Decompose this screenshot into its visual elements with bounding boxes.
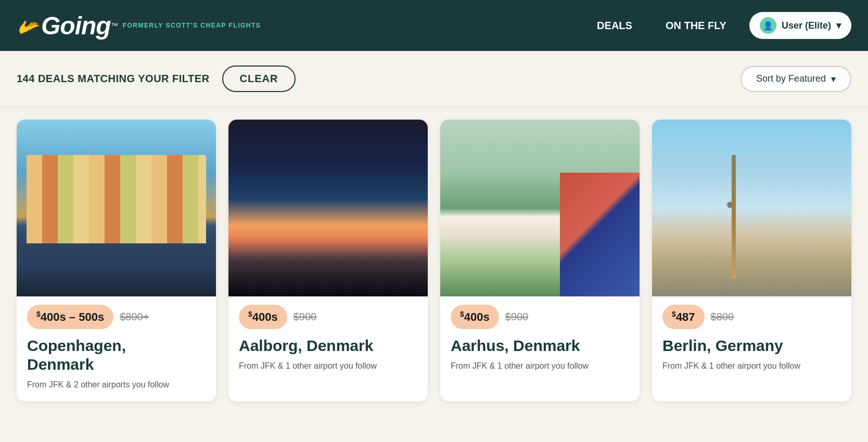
sort-button[interactable]: Sort by Featured ▾ xyxy=(741,66,851,92)
card-image-aalborg xyxy=(228,120,428,296)
hand-icon: 🫴 xyxy=(14,11,43,40)
card-body: $487 $800 Berlin, Germany From JFK & 1 o… xyxy=(652,296,851,383)
airports-text: From JFK & 1 other airport you follow xyxy=(451,360,629,372)
card-aalborg[interactable]: $400s $900 Aalborg, Denmark From JFK & 1… xyxy=(228,120,428,401)
clear-button[interactable]: CLEAR xyxy=(222,66,296,92)
card-image-aarhus xyxy=(440,120,640,296)
original-price: $900 xyxy=(505,311,529,323)
destination-image xyxy=(440,120,640,296)
airports-text: From JFK & 1 other airport you follow xyxy=(662,360,841,372)
price-row: $400s $900 xyxy=(239,305,417,329)
city-name: Copenhagen,Denmark xyxy=(27,336,206,374)
price-badge: $400s – 500s xyxy=(27,305,113,329)
city-name: Berlin, Germany xyxy=(662,336,841,355)
price-badge: $400s xyxy=(451,305,499,329)
user-avatar: 👤 xyxy=(760,17,776,34)
logo-text: Going™ xyxy=(41,11,118,40)
user-label: User (Elite) xyxy=(782,20,831,31)
airports-text: From JFK & 1 other airport you follow xyxy=(239,360,417,372)
card-body: $400s $900 Aalborg, Denmark From JFK & 1… xyxy=(228,296,428,383)
nav-on-the-fly[interactable]: ON THE FLY xyxy=(655,20,737,32)
deals-grid: $400s – 500s $800+ Copenhagen,Denmark Fr… xyxy=(0,107,868,414)
destination-image xyxy=(228,120,428,296)
filter-bar: 144 DEALS MATCHING YOUR FILTER CLEAR Sor… xyxy=(0,51,868,107)
destination-image xyxy=(17,120,216,296)
deals-count: 144 DEALS MATCHING YOUR FILTER xyxy=(17,73,210,85)
card-aarhus[interactable]: $400s $900 Aarhus, Denmark From JFK & 1 … xyxy=(440,120,640,401)
navbar: 🫴 Going™ FORMERLY SCOTT'S CHEAP FLIGHTS … xyxy=(0,0,868,51)
card-berlin[interactable]: $487 $800 Berlin, Germany From JFK & 1 o… xyxy=(652,120,851,401)
card-body: $400s $900 Aarhus, Denmark From JFK & 1 … xyxy=(440,296,640,383)
user-menu-button[interactable]: 👤 User (Elite) ▾ xyxy=(749,12,851,39)
destination-image xyxy=(652,120,851,296)
price-row: $400s $900 xyxy=(451,305,629,329)
original-price: $800 xyxy=(711,311,734,323)
card-image-berlin xyxy=(652,120,851,296)
price-badge: $400s xyxy=(239,305,287,329)
card-image-copenhagen xyxy=(17,120,216,296)
logo-going: Going xyxy=(41,11,111,40)
formerly-label: FORMERLY SCOTT'S CHEAP FLIGHTS xyxy=(123,22,261,29)
price-badge: $487 xyxy=(662,305,705,329)
city-name: Aarhus, Denmark xyxy=(451,336,629,355)
airports-text: From JFK & 2 other airports you follow xyxy=(27,379,206,391)
price-row: $487 $800 xyxy=(662,305,841,329)
logo-container: 🫴 Going™ FORMERLY SCOTT'S CHEAP FLIGHTS xyxy=(17,11,261,40)
nav-deals[interactable]: DEALS xyxy=(586,20,643,32)
logo-tm: ™ xyxy=(111,21,118,30)
sort-chevron-icon: ▾ xyxy=(831,73,836,85)
city-name: Aalborg, Denmark xyxy=(239,336,417,355)
sort-label: Sort by Featured xyxy=(756,73,826,84)
price-row: $400s – 500s $800+ xyxy=(27,305,206,329)
card-copenhagen[interactable]: $400s – 500s $800+ Copenhagen,Denmark Fr… xyxy=(17,120,216,401)
user-chevron-icon: ▾ xyxy=(836,20,841,31)
original-price: $800+ xyxy=(120,311,149,323)
card-body: $400s – 500s $800+ Copenhagen,Denmark Fr… xyxy=(17,296,216,401)
original-price: $900 xyxy=(293,311,317,323)
